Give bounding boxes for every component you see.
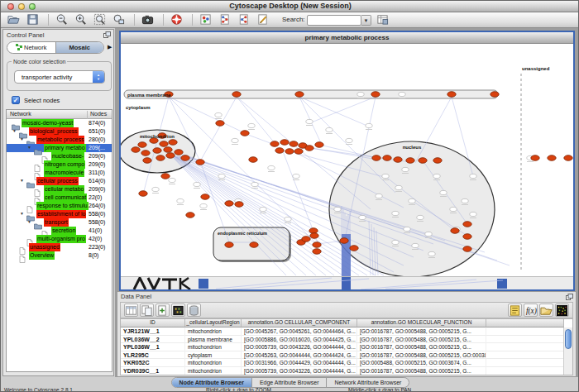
network-graph[interactable]: plasma membranecytoplasmmitochondrionnuc… <box>121 44 573 276</box>
zoom-in-icon[interactable] <box>74 13 89 27</box>
tree-row[interactable]: cell communicat22(0) <box>7 194 112 202</box>
help-icon[interactable] <box>170 13 184 27</box>
table-cell[interactable]: [GO:0016787, GO:0005488, GO:0005215, G..… <box>357 367 486 375</box>
attribute-new-icon[interactable] <box>156 304 170 317</box>
tree-row-label[interactable]: Overview <box>29 251 55 260</box>
tree-row[interactable]: cellular metabo209(0) <box>7 185 112 194</box>
network-view-window[interactable]: primary metabolic process plasma membran… <box>119 31 575 291</box>
table-cell[interactable]: [GO:0016787, GO:0005488, GO:0005215, GO:… <box>357 351 486 360</box>
table-cell[interactable]: mitochondrion <box>185 327 242 336</box>
column-header[interactable]: annotation.GO MOLECULAR_FUNCTION <box>357 319 486 327</box>
zoom-region-icon[interactable] <box>112 13 127 27</box>
import-table-icon[interactable] <box>237 13 251 27</box>
float-panel-icon[interactable] <box>103 31 111 38</box>
table-row[interactable]: YPL036W__1mitochondrion[GO:0005739, GO:0… <box>121 343 564 351</box>
tree-row-label[interactable]: metabolic process <box>36 136 84 144</box>
dropdown-stepper-icon[interactable]: ▲▼ <box>93 71 104 83</box>
select-nodes-checkbox[interactable]: ✓ <box>12 96 20 104</box>
tree-row-label[interactable]: unassigned <box>29 243 60 251</box>
tree-row-label[interactable]: response to stimulu <box>36 202 89 210</box>
tree-row-label[interactable]: cellular process <box>36 177 79 185</box>
tree-row-label[interactable]: transport <box>44 218 69 227</box>
zoom-out-icon[interactable] <box>55 13 69 27</box>
table-row[interactable]: YKR052Cmitochondrion[GO:0031966, GO:0044… <box>121 359 564 367</box>
tree-row-label[interactable]: multi-organism pro <box>36 235 86 243</box>
tree-row[interactable]: ▼metabolic process280(0) <box>7 136 112 144</box>
tree-row[interactable]: nucleobase-209(0) <box>7 152 112 160</box>
import-network-icon[interactable] <box>218 13 232 27</box>
tree-row-label[interactable]: nitrogen compo <box>44 160 85 169</box>
tree-row[interactable]: ▼establishment of lo558(0) <box>7 210 112 218</box>
table-row[interactable]: YPL036W__2plasma membrane[GO:0005886, GO… <box>121 336 564 344</box>
matrix-view-icon[interactable] <box>555 304 569 317</box>
attribute-delete-icon[interactable] <box>187 304 201 317</box>
open-icon[interactable] <box>7 13 22 27</box>
scrollbar-thumb[interactable] <box>565 329 572 349</box>
table-cell[interactable]: mitochondrion <box>185 367 242 375</box>
tab-edge-attribute-browser[interactable]: Edge Attribute Browser <box>251 378 327 387</box>
formula-builder-icon[interactable]: f(x) <box>524 304 538 317</box>
table-cell[interactable]: [GO:0016787, GO:0005488, GO:0005215, G..… <box>357 327 486 336</box>
table-cell[interactable]: [GO:0045267, GO:0045261, GO:0044464, G..… <box>242 327 357 336</box>
table-cell[interactable]: [GO:0016787, GO:0005488, GO:0005215, G..… <box>357 343 486 351</box>
tab-node-attribute-browser[interactable]: Node Attribute Browser <box>172 378 251 387</box>
tree-row-label[interactable]: biological_process <box>29 127 79 136</box>
expander-icon[interactable]: ▼ <box>20 136 24 141</box>
tree-header-nodes[interactable]: Nodes <box>87 111 107 119</box>
tree-row-label[interactable]: cell communicat <box>44 194 87 202</box>
vizmap-icon[interactable] <box>199 13 213 27</box>
window-titlebar[interactable]: Cytoscape Desktop (New Session) <box>1 1 579 12</box>
node-color-dropdown[interactable]: transporter activity ▲▼ <box>14 70 105 84</box>
table-cell[interactable]: plasma membrane <box>185 336 242 344</box>
tree-row[interactable]: ▼transport558(0) <box>7 218 112 227</box>
camera-icon[interactable] <box>141 13 156 27</box>
expander-icon[interactable]: ▼ <box>20 211 24 216</box>
table-cell[interactable]: YPL036W__1 <box>121 343 185 351</box>
column-header[interactable]: annotation.GO CELLULAR_COMPONENT <box>242 319 357 327</box>
attribute-select-icon[interactable] <box>124 304 138 317</box>
annotation-icon[interactable] <box>256 13 270 27</box>
browse-icon[interactable] <box>376 13 390 27</box>
network-canvas[interactable]: plasma membranecytoplasmmitochondrionnuc… <box>121 44 573 276</box>
search-dropdown-icon[interactable]: ▼ <box>361 15 371 26</box>
table-cell[interactable]: [GO:0016787, GO:0005488, GO:0005215, G..… <box>357 336 486 344</box>
tree-row-label[interactable]: cellular metabo <box>44 185 84 194</box>
tree-row[interactable]: Overview8(0) <box>7 251 112 260</box>
tab-mosaic[interactable]: Mosaic <box>55 42 104 53</box>
tree-row[interactable]: mosaic-demo-yeast874(0) <box>7 119 112 127</box>
tab-network[interactable]: Network <box>7 42 55 53</box>
tree-row[interactable]: unassigned223(0) <box>7 243 112 251</box>
float-panel-icon[interactable] <box>566 294 573 300</box>
table-cell[interactable]: mitochondrion <box>185 343 242 351</box>
table-cell[interactable]: cytoplasm <box>185 351 242 360</box>
table-cell[interactable]: YPL036W__2 <box>121 336 185 344</box>
network-window-titlebar[interactable]: primary metabolic process <box>121 32 573 44</box>
expander-icon[interactable]: ▼ <box>12 128 17 133</box>
tree-row-label[interactable]: nucleobase- <box>51 152 84 160</box>
tree-header-network[interactable]: Network <box>10 111 31 117</box>
tree-row-label[interactable]: primary metabo <box>44 144 86 152</box>
tab-network-attribute-browser[interactable]: Network Attribute Browser <box>326 378 409 387</box>
save-icon[interactable] <box>26 13 41 27</box>
table-cell[interactable]: YLR295C <box>121 351 185 360</box>
expander-icon[interactable]: ▼ <box>27 145 31 150</box>
tree-row-label[interactable]: establishment of lo <box>36 210 86 218</box>
table-cell[interactable]: YJR121W__1 <box>121 327 185 336</box>
table-row[interactable]: YDR039C__1mitochondrion[GO:0005739, GO:0… <box>121 367 564 375</box>
tree-row-label[interactable]: macromolecule <box>44 169 84 177</box>
table-cell[interactable]: [GO:0005886, GO:0016020, GO:0044425, G..… <box>242 336 357 344</box>
table-cell[interactable]: [GO:0005739, GO:0043226, GO:0044444, G..… <box>242 367 357 375</box>
column-header[interactable]: _cellularLayoutRegion <box>185 319 242 327</box>
search-input[interactable] <box>307 15 361 26</box>
tree-header[interactable]: Network Nodes <box>7 110 112 119</box>
tree-row[interactable]: secretion41(0) <box>7 227 112 235</box>
table-row[interactable]: YLR295Ccytoplasm[GO:0045263, GO:0044444,… <box>121 351 564 360</box>
table-scrollbar[interactable] <box>563 327 572 375</box>
table-cell[interactable]: mitochondrion <box>185 359 242 367</box>
tree-row-label[interactable]: secretion <box>51 227 76 235</box>
import-attributes-icon[interactable] <box>539 304 553 317</box>
tree-row[interactable]: ▼primary metabo209(... <box>7 144 112 152</box>
tab-scroll-right-icon[interactable]: ▶ <box>108 44 112 50</box>
zoom-fit-icon[interactable] <box>93 13 108 27</box>
tree-row[interactable]: response to stimulu264(0) <box>7 202 112 210</box>
